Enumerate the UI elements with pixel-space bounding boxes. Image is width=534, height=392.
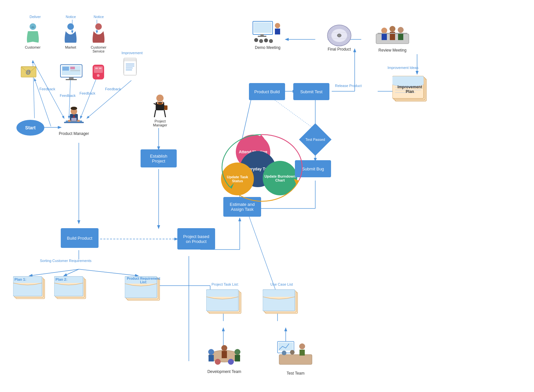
improvement-ideas-label: Improvement Ideas xyxy=(388,66,418,70)
svg-rect-80 xyxy=(157,101,158,104)
final-product-label: Final Product xyxy=(324,47,354,52)
update-burndown-node: Update Burndown Chart xyxy=(263,161,297,195)
product-manager-icon xyxy=(64,103,84,130)
test-team-icon xyxy=(276,340,315,369)
svg-rect-113 xyxy=(392,76,424,85)
svg-point-139 xyxy=(215,359,221,365)
svg-point-135 xyxy=(221,345,227,351)
submit-test-label: Submit Test xyxy=(300,89,323,94)
svg-rect-63 xyxy=(70,70,80,71)
svg-rect-70 xyxy=(99,68,101,69)
svg-point-147 xyxy=(290,350,295,355)
svg-point-78 xyxy=(156,95,164,102)
customer-figure: Customer xyxy=(20,21,45,49)
improvement-label: Improvement xyxy=(122,51,143,55)
svg-rect-136 xyxy=(222,351,227,358)
svg-rect-128 xyxy=(206,290,238,311)
build-product-label: Build Product xyxy=(67,236,92,241)
notice-market-label: Notice xyxy=(66,15,76,19)
svg-point-94 xyxy=(254,38,258,42)
feedback4-label: Feedback xyxy=(105,87,121,91)
cs-icon xyxy=(90,21,107,44)
submit-bug-label: Submit Bug xyxy=(302,166,324,171)
svg-point-137 xyxy=(234,349,240,355)
svg-point-68 xyxy=(97,74,100,77)
svg-rect-85 xyxy=(164,105,167,110)
svg-line-34 xyxy=(87,80,131,118)
product-req-label: Product Requirement List: xyxy=(125,277,162,284)
review-meeting-icon xyxy=(373,19,412,47)
svg-rect-143 xyxy=(278,342,293,351)
estimate-assign-label: Estimate and Assign Task xyxy=(227,202,258,212)
use-case-stack: Use Case List xyxy=(263,288,300,316)
improvement-plan-label: Improvement Plan xyxy=(395,85,425,94)
svg-point-53 xyxy=(31,26,34,28)
improvement-document-icon xyxy=(122,57,139,76)
deliver-label: Deliver xyxy=(30,15,41,19)
email-icon: @ xyxy=(20,64,38,79)
feedback3-label: Feedback xyxy=(79,91,95,95)
svg-rect-51 xyxy=(71,121,77,121)
use-case-label: Use Case List xyxy=(263,282,300,286)
svg-rect-108 xyxy=(398,33,403,40)
cs-label: Customer Service xyxy=(85,45,112,53)
diagram-canvas: Start Product Manager xyxy=(0,0,534,392)
estimate-assign-node: Estimate and Assign Task xyxy=(223,197,261,217)
review-meeting-label: Review Meeting xyxy=(371,48,414,53)
market-icon xyxy=(62,21,79,44)
project-manager-icon xyxy=(151,94,169,118)
svg-rect-145 xyxy=(300,350,305,356)
dev-team-figure: Development Team xyxy=(203,338,246,374)
release-product-label: Release Product xyxy=(335,84,362,88)
svg-point-107 xyxy=(398,27,404,33)
use-case-doc-icon xyxy=(263,288,300,316)
plan1-label: Plan 1: xyxy=(14,277,26,281)
product-build-label: Product Build xyxy=(254,89,279,94)
svg-rect-65 xyxy=(66,79,77,80)
svg-rect-138 xyxy=(235,355,240,361)
plan1-stack: Plan 1: xyxy=(13,276,48,302)
svg-point-47 xyxy=(71,107,77,110)
test-passed-node: Test Passed xyxy=(299,123,332,156)
plan2-stack: Plan 2: xyxy=(54,276,89,302)
product-req-stack: Product Requirement List: xyxy=(125,275,163,303)
svg-line-87 xyxy=(164,110,166,117)
establish-project-node: Establish Project xyxy=(141,149,177,167)
demo-meeting-label: Demo Meeting xyxy=(250,45,286,50)
svg-rect-104 xyxy=(382,33,387,40)
phone-icon xyxy=(89,63,107,81)
market-figure: Market xyxy=(59,21,82,49)
svg-point-144 xyxy=(299,343,305,349)
build-product-node: Build Product xyxy=(61,228,99,248)
svg-point-55 xyxy=(95,23,102,30)
svg-rect-131 xyxy=(263,290,295,311)
dev-team-label: Development Team xyxy=(203,369,246,374)
svg-line-24 xyxy=(64,269,79,276)
dev-team-icon xyxy=(205,338,244,368)
svg-point-95 xyxy=(259,39,263,43)
market-screen-icon xyxy=(60,64,83,80)
svg-rect-49 xyxy=(77,120,80,122)
telephone-icon xyxy=(89,63,107,81)
svg-rect-48 xyxy=(68,120,71,122)
svg-point-54 xyxy=(67,23,74,30)
svg-rect-50 xyxy=(71,118,77,121)
market-label: Market xyxy=(59,45,82,49)
product-manager-figure: Product Manager xyxy=(57,103,90,136)
svg-rect-64 xyxy=(69,77,74,79)
svg-rect-93 xyxy=(275,29,280,34)
svg-line-25 xyxy=(79,269,138,276)
improvement-doc-icon xyxy=(122,57,139,76)
svg-point-92 xyxy=(275,23,280,28)
svg-rect-134 xyxy=(209,355,214,361)
sorting-req-label: Sorting Customer Requirements xyxy=(33,259,99,263)
svg-point-100 xyxy=(337,34,341,37)
svg-line-38 xyxy=(34,79,51,126)
svg-rect-69 xyxy=(95,68,98,69)
improvement-plan-stack: Improvement Plan xyxy=(392,75,432,104)
svg-point-96 xyxy=(264,38,268,42)
svg-point-103 xyxy=(381,28,387,33)
establish-project-label: Establish Project xyxy=(144,154,173,163)
project-task-doc-icon xyxy=(206,288,244,316)
product-manager-label: Product Manager xyxy=(57,131,90,136)
